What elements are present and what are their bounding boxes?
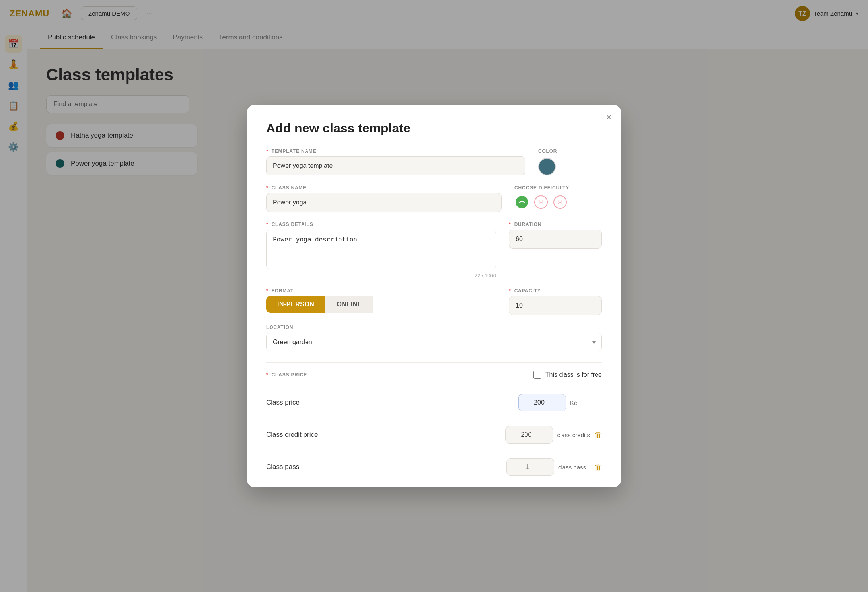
svg-point-0 xyxy=(516,196,528,208)
credit-price-unit: class credits xyxy=(557,432,590,438)
class-price-row-label: Class price xyxy=(266,399,518,407)
format-toggle: IN-PERSON ONLINE xyxy=(266,296,496,313)
required-star: * xyxy=(266,148,268,154)
class-price-unit: Kč xyxy=(570,399,602,406)
price-row-class-pass: Class pass class pass 🗑 xyxy=(266,451,602,483)
class-name-label: * CLASS NAME xyxy=(266,185,502,191)
svg-point-2 xyxy=(524,201,525,202)
free-label: This class is for free xyxy=(545,371,602,378)
free-checkbox-group: This class is for free xyxy=(533,371,602,379)
class-pass-row-label: Class pass xyxy=(266,463,506,471)
class-pass-unit: class pass xyxy=(558,464,590,471)
duration-input[interactable] xyxy=(509,230,602,249)
credit-price-row-label: Class credit price xyxy=(266,431,505,439)
color-label: COLOR xyxy=(538,148,602,154)
capacity-group: * CAPACITY xyxy=(509,288,602,315)
class-price-input[interactable] xyxy=(518,394,566,411)
modal: × Add new class template * TEMPLATE NAME… xyxy=(247,105,621,487)
class-name-group: * CLASS NAME xyxy=(266,185,502,212)
required-star: * xyxy=(266,288,268,294)
modal-overlay: × Add new class template * TEMPLATE NAME… xyxy=(0,0,868,592)
capacity-input[interactable] xyxy=(509,296,602,315)
svg-point-7 xyxy=(558,201,559,202)
form-row-template-name: * TEMPLATE NAME COLOR xyxy=(266,148,602,175)
class-price-label: * CLASS PRICE xyxy=(266,372,307,378)
location-group: LOCATION Green garden Studio A Studio B xyxy=(266,325,602,351)
difficulty-medium-button[interactable] xyxy=(533,195,549,210)
svg-point-4 xyxy=(539,201,540,202)
svg-point-1 xyxy=(520,201,521,202)
delete-credit-price-button[interactable]: 🗑 xyxy=(594,430,602,440)
divider xyxy=(266,362,602,363)
template-name-label: * TEMPLATE NAME xyxy=(266,148,525,154)
duration-group: * DURATION xyxy=(509,222,602,249)
difficulty-easy-button[interactable] xyxy=(514,195,529,210)
form-row-location: LOCATION Green garden Studio A Studio B xyxy=(266,325,602,351)
location-select-wrapper: Green garden Studio A Studio B xyxy=(266,333,602,351)
class-details-group: * CLASS DETAILS Power yoga description 2… xyxy=(266,222,496,278)
class-pass-input[interactable] xyxy=(506,458,554,476)
free-checkbox[interactable] xyxy=(533,371,541,379)
svg-point-5 xyxy=(542,201,543,202)
location-label: LOCATION xyxy=(266,325,602,330)
delete-class-pass-button[interactable]: 🗑 xyxy=(594,463,602,472)
required-star: * xyxy=(509,288,511,294)
credit-price-input[interactable] xyxy=(505,426,553,444)
required-star: * xyxy=(266,222,268,227)
format-inperson-button[interactable]: IN-PERSON xyxy=(266,296,325,313)
class-details-input[interactable]: Power yoga description xyxy=(266,230,496,269)
template-name-input[interactable] xyxy=(266,156,525,175)
difficulty-hard-button[interactable] xyxy=(553,195,568,210)
color-picker[interactable] xyxy=(538,158,556,175)
form-row-details: * CLASS DETAILS Power yoga description 2… xyxy=(266,222,602,278)
format-label: * FORMAT xyxy=(266,288,496,294)
price-header: * CLASS PRICE This class is for free xyxy=(266,371,602,379)
class-details-label: * CLASS DETAILS xyxy=(266,222,496,227)
required-star: * xyxy=(266,372,268,378)
modal-title: Add new class template xyxy=(266,121,602,136)
format-online-button[interactable]: ONLINE xyxy=(325,296,373,313)
svg-point-8 xyxy=(561,201,562,202)
price-row-credit-price: Class credit price class credits 🗑 xyxy=(266,419,602,451)
difficulty-group: CHOOSE DIFFICULTY xyxy=(514,185,602,210)
required-star: * xyxy=(509,222,511,227)
duration-label: * DURATION xyxy=(509,222,602,227)
difficulty-options xyxy=(514,195,602,210)
char-count: 22 / 1000 xyxy=(266,273,496,278)
required-star: * xyxy=(266,185,268,191)
capacity-label: * CAPACITY xyxy=(509,288,602,294)
color-group: COLOR xyxy=(538,148,602,175)
price-row-class-price: Class price Kč xyxy=(266,387,602,419)
format-group: * FORMAT IN-PERSON ONLINE xyxy=(266,288,496,313)
form-row-format: * FORMAT IN-PERSON ONLINE * CAPACITY xyxy=(266,288,602,315)
close-button[interactable]: × xyxy=(606,113,611,122)
difficulty-label: CHOOSE DIFFICULTY xyxy=(514,185,602,191)
location-select[interactable]: Green garden Studio A Studio B xyxy=(266,333,602,351)
template-name-group: * TEMPLATE NAME xyxy=(266,148,525,175)
class-name-input[interactable] xyxy=(266,193,502,212)
form-row-class-name: * CLASS NAME CHOOSE DIFFICULTY xyxy=(266,185,602,212)
